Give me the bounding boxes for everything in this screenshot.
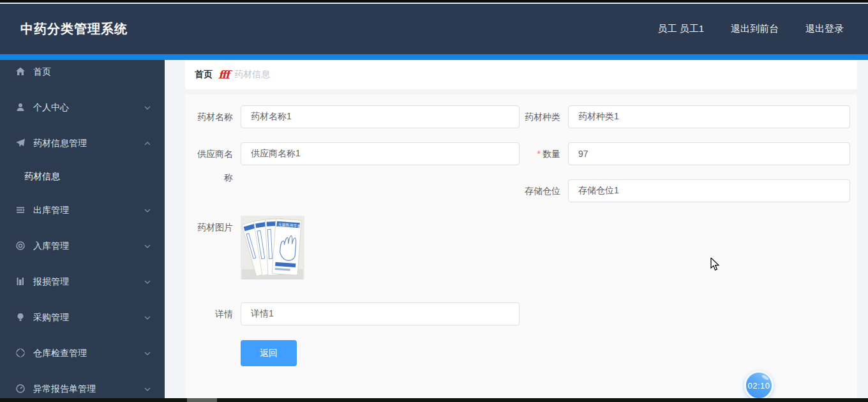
sidebar-item-home[interactable]: 首页: [0, 59, 165, 84]
chevron-down-icon: [144, 315, 151, 321]
logout-link[interactable]: 退出登录: [805, 23, 844, 35]
app-window: 中药分类管理系统 员工 员工1 退出到前台 退出登录 首页 个人中心: [0, 0, 868, 402]
material-image-label: 药材图片: [182, 216, 233, 239]
sidebar-item-inbound-mgmt[interactable]: 入库管理: [0, 233, 165, 258]
sidebar-item-warehouse-check-mgmt[interactable]: 仓库检查管理: [0, 340, 165, 366]
sidebar-item-label: 采购管理: [33, 304, 69, 330]
top-window-strip-line: [0, 3, 868, 4]
chevron-up-icon: [144, 140, 151, 147]
sidebar-item-abnormal-report-mgmt[interactable]: 异常报告单管理: [0, 376, 165, 401]
supplier-name-label: 供应商名称: [193, 142, 233, 190]
sidebar-item-purchase-mgmt[interactable]: 采购管理: [0, 304, 165, 330]
chevron-down-icon: [144, 243, 151, 249]
chevron-down-icon: [144, 386, 151, 392]
detail-input[interactable]: [241, 302, 520, 325]
back-button[interactable]: 返回: [241, 340, 297, 366]
user-icon: [15, 102, 26, 112]
sidebar-item-label: 仓库检查管理: [33, 340, 87, 366]
sidebar-item-label: 出库管理: [33, 197, 69, 223]
sidebar-item-outbound-mgmt[interactable]: 出库管理: [0, 197, 165, 223]
material-name-label: 药材名称: [182, 105, 233, 128]
bottom-window-strip: [0, 398, 868, 402]
outbound-list-icon: [15, 205, 26, 215]
sidebar-item-label: 药材信息管理: [33, 130, 87, 156]
quantity-input[interactable]: [568, 142, 850, 165]
header-links: 员工 员工1 退出到前台 退出登录: [657, 4, 844, 54]
sidebar-item-personal-center[interactable]: 个人中心: [0, 94, 165, 120]
sidebar-item-label: 首页: [33, 59, 51, 84]
app-title: 中药分类管理系统: [20, 4, 128, 54]
chevron-down-icon: [144, 279, 151, 285]
warehouse-check-icon: [15, 348, 26, 358]
sidebar-subitem-material-info[interactable]: 药材信息: [0, 163, 165, 189]
timer-gloss: [761, 374, 770, 381]
chevron-down-icon: [144, 207, 151, 214]
sidebar: 首页 个人中心 药材信息管理 药材信息: [0, 60, 165, 399]
timer-badge[interactable]: 02:10: [744, 371, 774, 400]
breadcrumb-bar: 首页 fff 药材信息: [185, 60, 857, 89]
detail-label: 详情: [182, 302, 233, 325]
material-photo: 无菌医用手套: [241, 216, 304, 279]
chevron-down-icon: [144, 350, 151, 357]
sidebar-item-label: 报损管理: [33, 269, 69, 294]
breadcrumb-home-link[interactable]: 首页: [195, 69, 213, 80]
sidebar-item-label: 入库管理: [33, 233, 69, 258]
material-type-label: 药材种类: [509, 105, 560, 128]
sidebar-item-label: 异常报告单管理: [33, 376, 96, 401]
damage-chart-icon: [15, 276, 26, 287]
current-user-link[interactable]: 员工 员工1: [657, 23, 704, 35]
purchase-bulb-icon: [15, 312, 26, 322]
bottom-strip-notch: [187, 398, 217, 402]
storage-slot-label: 存储仓位: [509, 179, 560, 202]
sidebar-subitem-label: 药材信息: [24, 163, 60, 189]
send-icon: [15, 138, 26, 148]
material-name-input[interactable]: [241, 105, 520, 128]
exit-to-front-link[interactable]: 退出到前台: [731, 23, 779, 35]
accent-bar: [0, 54, 868, 60]
sidebar-item-material-info-mgmt[interactable]: 药材信息管理: [0, 130, 165, 156]
required-asterisk: *: [537, 149, 541, 159]
storage-slot-input[interactable]: [568, 179, 850, 202]
sidebar-item-damage-mgmt[interactable]: 报损管理: [0, 269, 165, 294]
abnormal-report-icon: [15, 383, 26, 394]
inbound-circle-icon: [15, 241, 26, 251]
breadcrumb-current: 药材信息: [234, 69, 270, 80]
quantity-label: *数量: [509, 142, 560, 165]
material-type-input[interactable]: [568, 105, 850, 128]
supplier-name-input[interactable]: [241, 142, 520, 165]
chevron-down-icon: [144, 105, 151, 111]
sidebar-item-label: 个人中心: [33, 94, 69, 120]
home-icon: [15, 66, 26, 77]
breadcrumb: 首页 fff 药材信息: [195, 60, 270, 89]
timer-text: 02:10: [747, 381, 770, 391]
app-header: 中药分类管理系统 员工 员工1 退出到前台 退出登录: [0, 4, 868, 54]
breadcrumb-separator-icon: fff: [218, 70, 228, 80]
